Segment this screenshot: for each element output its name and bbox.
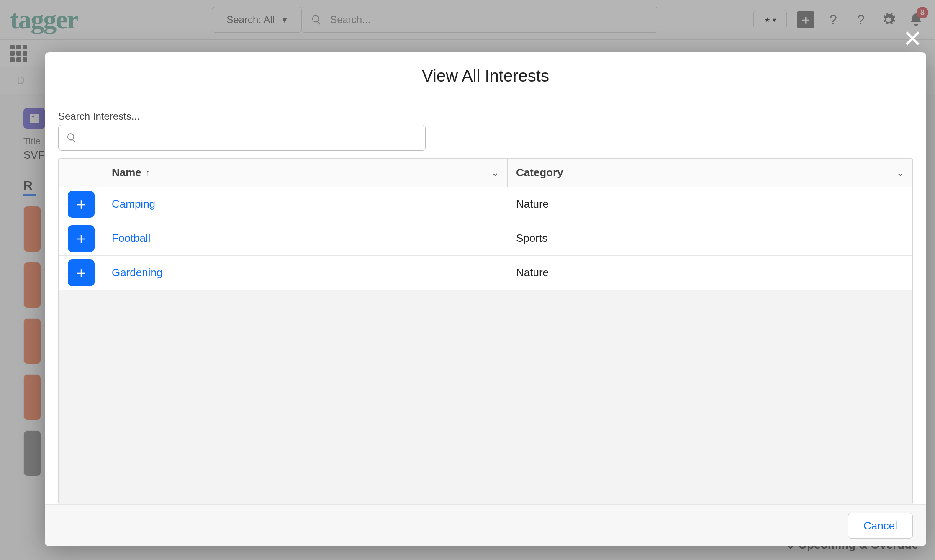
- search-interests-label: Search Interests...: [58, 110, 913, 122]
- interest-link[interactable]: Camping: [112, 198, 155, 210]
- add-interest-button[interactable]: ＋: [68, 191, 95, 218]
- modal-title: View All Interests: [45, 52, 926, 100]
- table-row: ＋ Camping Nature: [59, 187, 912, 221]
- plus-icon: ＋: [73, 262, 89, 283]
- add-interest-button[interactable]: ＋: [68, 259, 95, 286]
- table-row: ＋ Gardening Nature: [59, 256, 912, 290]
- table-header: Name ↑ ⌄ Category ⌄: [59, 159, 912, 187]
- interest-link[interactable]: Football: [112, 232, 151, 244]
- interest-link[interactable]: Gardening: [112, 266, 162, 279]
- table-body: ＋ Camping Nature ＋ Football Sports: [59, 187, 912, 290]
- search-interests-field[interactable]: [58, 125, 426, 151]
- modal-body: Search Interests... Name ↑ ⌄ Category ⌄: [45, 100, 926, 504]
- interest-category: Sports: [508, 232, 912, 245]
- interest-category: Nature: [508, 266, 912, 279]
- search-interests-input[interactable]: [83, 132, 418, 144]
- cancel-button[interactable]: Cancel: [848, 513, 913, 539]
- modal-close-button[interactable]: ✕: [903, 25, 922, 52]
- add-interest-button[interactable]: ＋: [68, 225, 95, 252]
- column-name[interactable]: Name ↑ ⌄: [103, 159, 508, 187]
- column-menu-icon[interactable]: ⌄: [897, 168, 904, 178]
- column-category[interactable]: Category ⌄: [508, 159, 912, 187]
- plus-icon: ＋: [73, 193, 89, 215]
- column-menu-icon[interactable]: ⌄: [492, 168, 499, 178]
- column-action: [59, 159, 103, 187]
- modal-footer: Cancel: [45, 504, 926, 546]
- interest-category: Nature: [508, 198, 912, 211]
- table-row: ＋ Football Sports: [59, 221, 912, 256]
- close-icon: ✕: [903, 26, 922, 52]
- search-icon: [66, 132, 77, 143]
- interests-table: Name ↑ ⌄ Category ⌄ ＋ Camping: [58, 158, 913, 504]
- plus-icon: ＋: [73, 228, 89, 249]
- sort-asc-icon: ↑: [146, 167, 150, 178]
- view-interests-modal: View All Interests Search Interests... N…: [45, 52, 926, 546]
